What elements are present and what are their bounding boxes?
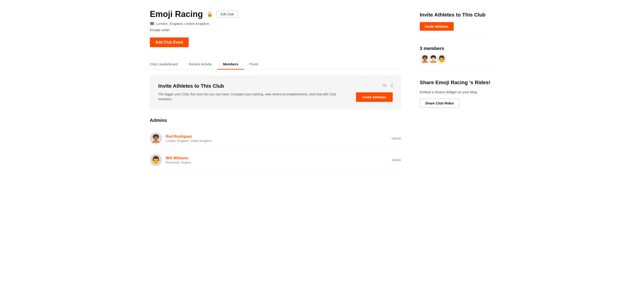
- sidebar-invite-section: Invite Athletes to This Club Invite Athl…: [420, 12, 494, 38]
- member-info: Will Williams Richmond, Virginia: [166, 156, 388, 164]
- sidebar-invite-heading: Invite Athletes to This Club: [420, 12, 494, 18]
- member-avatars-row: 🧑🏽‍🦱 🧑🏻‍🦱 👨: [420, 54, 494, 64]
- tab-recent-activity[interactable]: Recent Activity: [183, 59, 217, 70]
- add-club-event-button[interactable]: Add Club Event: [150, 38, 189, 47]
- table-row: 🧑🏽‍🦱 Rod Rodríguez London, England, Unit…: [150, 128, 401, 149]
- club-name: Emoji Racing: [150, 9, 203, 19]
- club-tagline: Emojis unite!: [150, 28, 401, 32]
- sidebar-invite-athletes-button[interactable]: Invite Athletes: [420, 22, 454, 31]
- admins-section: Admins 🧑🏽‍🦱 Rod Rodríguez London, Englan…: [150, 118, 401, 171]
- club-location: 🇬🇧 London, England, United Kingdom: [150, 22, 401, 26]
- member-name-link[interactable]: Rod Rodríguez: [166, 134, 192, 138]
- sidebar-members-section: 3 members 🧑🏽‍🦱 🧑🏻‍🦱 👨: [420, 46, 494, 72]
- member-name-link[interactable]: Will Williams: [166, 156, 188, 160]
- main-content: Emoji Racing 🔒 Edit Club 🇬🇧 London, Engl…: [150, 9, 401, 171]
- member-location: London, England, United Kingdom: [166, 139, 388, 142]
- facebook-icon[interactable]: [391, 82, 393, 89]
- tabs-nav: Club Leaderboard Recent Activity Members…: [150, 59, 401, 70]
- member-location: Richmond, Virginia: [166, 161, 388, 164]
- avatar: 👨: [150, 154, 162, 166]
- member-role: Admin: [392, 158, 401, 162]
- member-role: Owner: [392, 136, 401, 140]
- edit-club-button[interactable]: Edit Club: [216, 11, 238, 18]
- tab-club-leaderboard[interactable]: Club Leaderboard: [150, 59, 183, 70]
- tab-members[interactable]: Members: [217, 59, 244, 70]
- lock-icon: 🔒: [206, 11, 213, 17]
- sidebar: Invite Athletes to This Club Invite Athl…: [420, 9, 494, 171]
- email-icon[interactable]: [382, 82, 386, 89]
- invite-athletes-box: Invite Athletes to This Club The bigger …: [150, 75, 401, 109]
- location-text: London, England, United Kingdom: [156, 22, 210, 26]
- share-icons: [382, 82, 393, 89]
- members-count: 3 members: [420, 46, 494, 51]
- invite-athletes-button[interactable]: Invite Athletes: [356, 92, 393, 102]
- tab-posts[interactable]: Posts: [244, 59, 264, 70]
- member-info: Rod Rodríguez London, England, United Ki…: [166, 134, 388, 142]
- invite-box-title: Invite Athletes to This Club: [158, 83, 350, 89]
- avatar: 👨: [436, 54, 447, 64]
- avatar: 🧑🏽‍🦱: [150, 132, 162, 144]
- club-header: Emoji Racing 🔒 Edit Club 🇬🇧 London, Engl…: [150, 9, 401, 55]
- sidebar-share-heading: Share Emoji Racing 's Rides!: [420, 79, 494, 86]
- table-row: 👨 Will Williams Richmond, Virginia Admin: [150, 149, 401, 171]
- sidebar-share-section: Share Emoji Racing 's Rides! Embed a Str…: [420, 79, 494, 115]
- invite-box-description: The bigger your Club, the more fun you c…: [158, 92, 350, 102]
- invite-box-content: Invite Athletes to This Club The bigger …: [158, 83, 350, 102]
- invite-box-actions: Invite Athletes: [356, 82, 393, 102]
- sidebar-share-description: Embed a Strava Widget on your blog.: [420, 90, 494, 95]
- admins-section-title: Admins: [150, 118, 401, 123]
- flag-icon: 🇬🇧: [150, 22, 154, 26]
- share-club-rides-button[interactable]: Share Club Rides: [420, 99, 459, 108]
